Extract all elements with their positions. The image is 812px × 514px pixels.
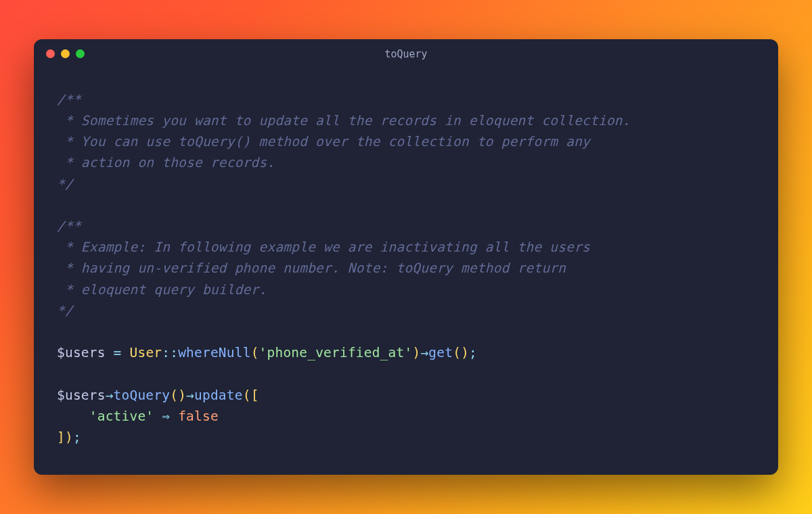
method-update: update: [194, 388, 243, 403]
paren-close: ): [178, 388, 186, 403]
comment-line: /**: [57, 92, 81, 108]
variable: $users: [57, 345, 106, 360]
variable: $users: [57, 388, 106, 403]
operator-equals: =: [114, 345, 122, 360]
close-icon[interactable]: [46, 49, 55, 58]
string-literal: 'active': [89, 408, 154, 424]
space: [106, 345, 114, 360]
paren-open: (: [453, 345, 461, 360]
comment-line: */: [57, 177, 73, 192]
paren-close: ): [412, 345, 420, 360]
code-block: /** * Sometimes you want to update all t…: [34, 69, 778, 475]
bracket-open: [: [251, 388, 259, 403]
comment-line: */: [57, 303, 73, 319]
paren-open: (: [170, 388, 178, 403]
paren-open: (: [251, 345, 259, 360]
comment-line: * You can use toQuery() method over the …: [57, 134, 590, 149]
string-literal: 'phone_verified_at': [259, 345, 413, 360]
space: [122, 345, 130, 360]
minimize-icon[interactable]: [61, 49, 70, 58]
semicolon: ;: [469, 345, 477, 360]
space: [170, 408, 178, 424]
comment-line: * Example: In following example we are i…: [57, 239, 590, 255]
indent: [57, 408, 89, 424]
paren-close: ): [65, 429, 73, 445]
comment-line: * Sometimes you want to update all the r…: [57, 113, 631, 128]
bracket-close: ]: [57, 429, 65, 445]
operator-scope: ::: [162, 345, 178, 360]
semicolon: ;: [73, 429, 81, 445]
paren-open: (: [243, 388, 251, 403]
class-name: User: [130, 345, 162, 360]
paren-close: ): [461, 345, 469, 360]
arrow-operator: →: [420, 345, 428, 360]
window-title: toQuery: [34, 48, 778, 60]
traffic-lights: [46, 49, 85, 58]
window-titlebar: toQuery: [34, 39, 778, 69]
method-get: get: [428, 345, 453, 360]
space: [154, 408, 162, 424]
method-whereNull: whereNull: [178, 345, 250, 360]
comment-line: * having un-verified phone number. Note:…: [57, 260, 566, 276]
comment-line: * action on those records.: [57, 155, 275, 170]
comment-line: /**: [57, 218, 81, 234]
keyword-false: false: [178, 408, 219, 424]
arrow-operator: →: [106, 388, 114, 403]
zoom-icon[interactable]: [76, 49, 85, 58]
comment-line: * eloquent query builder.: [57, 282, 267, 298]
arrow-operator: →: [186, 388, 194, 403]
code-window: toQuery /** * Sometimes you want to upda…: [34, 39, 778, 475]
fat-arrow: ⇒: [162, 408, 170, 424]
method-toQuery: toQuery: [114, 388, 171, 403]
